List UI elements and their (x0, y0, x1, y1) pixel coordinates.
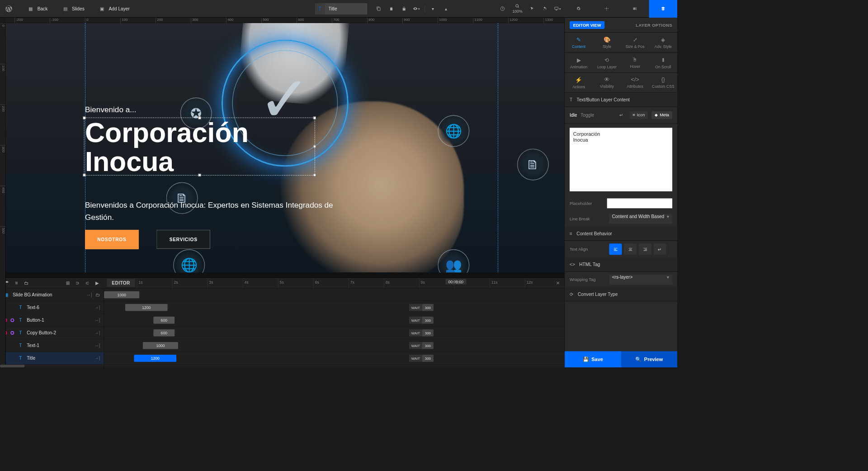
idle-tab[interactable]: Idle (570, 111, 577, 119)
section-content-behavior[interactable]: ≡Content Behavior (565, 227, 677, 241)
wrapping-tag-select[interactable]: <rs-layer> (609, 275, 672, 285)
visibility-icon[interactable]: ▾ (410, 3, 423, 15)
editor-view-badge[interactable]: EDITOR VIEW (570, 21, 604, 29)
panel-tab-style[interactable]: 🎨Style (593, 33, 621, 52)
timeline-ruler[interactable]: 00:09:00 1s2s3s4s5s6s7s8s9s10s11s12s (135, 278, 552, 288)
toggle-tab[interactable]: Toggle (580, 111, 594, 119)
panel-tab-visibility[interactable]: 👁Visibility (593, 73, 621, 93)
wait-marker[interactable]: WAIT300 (409, 329, 434, 337)
timeline-layer-row[interactable]: TCopy Button-2→| (0, 327, 104, 339)
timeline-layer-row[interactable]: TText-1→| (0, 339, 104, 352)
svg-point-6 (608, 8, 609, 9)
back-button[interactable]: ▦Back (21, 0, 54, 18)
panel-tab-actions[interactable]: ⚡Actions (565, 73, 593, 93)
nosotros-button[interactable]: NOSOTROS (85, 230, 139, 249)
clip-icon[interactable]: ⊂ (83, 278, 92, 287)
wordpress-logo-icon[interactable] (0, 0, 18, 18)
meta-chip[interactable]: ◆ Meta (651, 111, 672, 119)
timeline-track-row[interactable]: 600WAIT300 (104, 327, 564, 339)
timeline-tracks[interactable]: 10001200WAIT300600WAIT300600WAIT3001000W… (104, 288, 564, 367)
placeholder-input[interactable] (607, 198, 672, 208)
folder-icon[interactable]: 🗀 (22, 278, 31, 287)
timeline-layer-row[interactable]: ▦Slide BG Animation→|🗀 (0, 288, 104, 301)
welcome-text[interactable]: Bienvenido a... (85, 105, 137, 114)
section-text-content[interactable]: TText/Button Layer Content (565, 93, 677, 107)
duplicate-icon[interactable] (373, 3, 385, 15)
panel-tab-attributes[interactable]: </>Attributes (621, 73, 649, 93)
slide-stage[interactable]: ✓ ✪ 🗎 🌐 🌐 🗎 👥 Bienvenido a... Corporació… (5, 23, 564, 272)
panel-tab-on-scroll[interactable]: ⬍On Scroll (649, 52, 677, 72)
undo-icon[interactable] (539, 3, 551, 15)
section-html-tag[interactable]: <>HTML Tag (565, 258, 677, 272)
navigation-mode-icon[interactable] (593, 0, 621, 18)
align-wrap-icon[interactable]: ↵ (654, 243, 666, 255)
svg-point-2 (516, 5, 519, 7)
timeline-track-row[interactable]: 1200WAIT300 (104, 352, 564, 365)
help-icon[interactable]: ? (497, 3, 509, 15)
layer-up-icon[interactable]: ▴ (440, 3, 452, 15)
selection-box[interactable] (84, 118, 315, 176)
layer-name-input[interactable] (325, 3, 368, 14)
main-area: 0100200300400500 -300-200-10001002003004… (0, 18, 677, 367)
slide-mode-icon[interactable] (621, 0, 649, 18)
animation-bar[interactable]: 600 (153, 317, 175, 324)
timeline-layer-row[interactable]: TButton-1→| (0, 314, 104, 327)
snap-icon[interactable]: ⊞ (63, 278, 72, 287)
wait-marker[interactable]: WAIT300 (409, 342, 434, 349)
animation-bar[interactable]: 600 (153, 329, 175, 337)
play-icon[interactable]: ▶ (93, 278, 102, 287)
panel-tab-custom-css[interactable]: {}Custom CSS (649, 73, 677, 93)
servicios-button[interactable]: SERVICIOS (156, 230, 210, 249)
animation-bar[interactable]: 1200 (125, 304, 168, 311)
timeline-track-row[interactable]: 600WAIT300 (104, 314, 564, 327)
panel-tab-loop-layer[interactable]: ⟲Loop Layer (593, 52, 621, 72)
timeline-layer-row[interactable]: TTitle→| (0, 352, 104, 365)
insert-linebreak-icon[interactable]: ↵ (617, 110, 626, 119)
chevron-right-icon: →| (94, 304, 100, 310)
magnet-icon[interactable]: ⊃ (73, 278, 82, 287)
list-icon[interactable]: ≡ (12, 278, 21, 287)
placeholder-field: Placeholder (565, 195, 677, 211)
panel-tab-adv-style[interactable]: ◈Adv. Style (649, 33, 677, 52)
timeline-close-icon[interactable]: ✕ (552, 280, 564, 285)
preview-button[interactable]: 🔍Preview (621, 351, 677, 367)
align-left-icon[interactable] (609, 243, 622, 255)
layer-mode-icon[interactable] (649, 0, 677, 18)
icon-chip[interactable]: ≡ Icon (629, 111, 648, 119)
timeline-layer-row[interactable]: TText-6→| (0, 301, 104, 314)
desktop-preview-icon[interactable]: ▾ (552, 3, 564, 15)
canvas-viewport[interactable]: ✓ ✪ 🗎 🌐 🌐 🗎 👥 Bienvenido a... Corporació… (5, 23, 564, 277)
save-button[interactable]: 💾Save (565, 351, 621, 367)
wait-marker[interactable]: WAIT300 (409, 304, 434, 311)
layer-options-label[interactable]: LAYER OPTIONS (636, 23, 672, 28)
search-icon: 🔍 (635, 357, 641, 362)
cursor-tool-icon[interactable] (526, 3, 538, 15)
animation-bar[interactable]: 1000 (104, 291, 139, 299)
delete-icon[interactable] (385, 3, 397, 15)
panel-tab-content[interactable]: ✎Content (565, 33, 593, 52)
lock-icon[interactable] (398, 3, 410, 15)
settings-mode-icon[interactable] (564, 0, 592, 18)
wait-marker[interactable]: WAIT300 (409, 317, 434, 324)
timeline-track-row[interactable]: 1200WAIT300 (104, 301, 564, 314)
timeline-track-row[interactable]: 1000WAIT300 (104, 339, 564, 352)
panel-tab-hover[interactable]: 🖱Hover (621, 52, 649, 72)
slides-button[interactable]: ▤Slides (56, 0, 91, 18)
wait-marker[interactable]: WAIT300 (409, 355, 434, 362)
animation-bar[interactable]: 1000 (143, 342, 178, 349)
layer-down-icon[interactable]: ▾ (427, 3, 439, 15)
panel-tab-size-pos[interactable]: ⤢Size & Pos (621, 33, 649, 52)
animation-bar[interactable]: 1200 (134, 355, 176, 362)
zoom-control[interactable]: 100% (509, 4, 526, 14)
timeline-layer-name: Title (27, 356, 91, 361)
timeline-track-row[interactable]: 1000 (104, 288, 564, 301)
align-right-icon[interactable] (639, 243, 651, 255)
add-layer-button[interactable]: ▣Add Layer (93, 0, 136, 18)
align-center-icon[interactable] (624, 243, 637, 255)
description-text[interactable]: Bienvenidos a Corporación Inocua: Expert… (85, 199, 333, 224)
linebreak-select[interactable]: Content and Width Based (609, 214, 672, 224)
section-convert-layer[interactable]: ⟳Convert Layer Type (565, 287, 677, 301)
layer-content-textarea[interactable] (570, 128, 672, 191)
timeline-editor-tab[interactable]: EDITOR (107, 279, 135, 287)
panel-tab-animation[interactable]: ▶Animation (565, 52, 593, 72)
